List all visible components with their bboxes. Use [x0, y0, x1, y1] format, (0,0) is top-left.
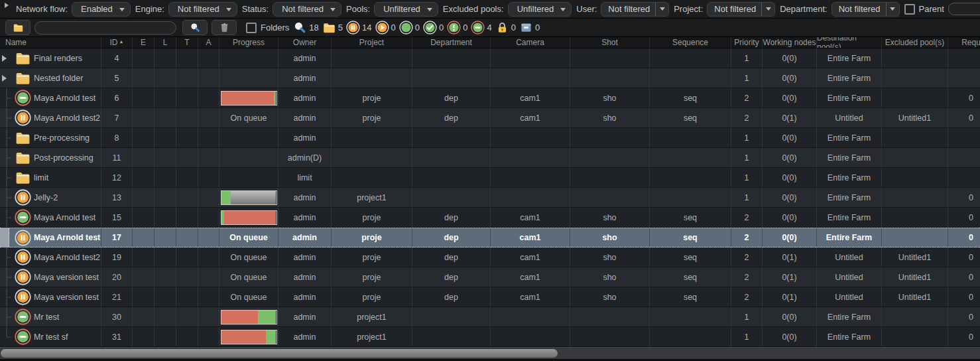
table-row[interactable]: Mr test sf31adminproject110(0)Entire Far…: [0, 327, 980, 347]
col-header-name[interactable]: Name: [0, 37, 101, 48]
table-row[interactable]: Maya version test 221On queueadminprojed…: [0, 287, 980, 307]
col-header-excluded-pool-s-[interactable]: Excluded pool(s): [882, 37, 948, 48]
working_nodes-value: 0(0): [782, 332, 796, 342]
horizontal-scrollbar[interactable]: [0, 347, 980, 359]
table-row[interactable]: Maya Arnold test219On queueadminprojedep…: [0, 248, 980, 267]
col-header-a[interactable]: A: [198, 37, 219, 48]
cell-sequence: seq: [650, 108, 731, 127]
search-counter[interactable]: 18: [293, 21, 318, 35]
search-input[interactable]: [34, 21, 176, 35]
col-header-progress[interactable]: Progress: [219, 37, 278, 48]
col-header-id[interactable]: ID▲: [101, 37, 133, 48]
cell-shot: sho: [570, 88, 650, 108]
col-header-sequence[interactable]: Sequence: [650, 37, 731, 48]
working_nodes-value: 0(0): [782, 153, 796, 163]
col-header-requ[interactable]: Requ: [948, 37, 980, 48]
archived-counter[interactable]: 0: [519, 21, 540, 35]
column-label: E: [141, 38, 146, 47]
owner-value: admin: [293, 332, 316, 342]
col-header-destination-pool-s-[interactable]: Destination pool(s): [817, 37, 882, 48]
department-dropdown-button[interactable]: [887, 3, 899, 16]
cell-excluded_pool: [882, 228, 948, 247]
project-value: proje: [363, 253, 381, 262]
table-row[interactable]: Maya Arnold test6adminprojedepcam1shoseq…: [0, 88, 980, 108]
trash-button[interactable]: [212, 20, 237, 35]
expand-arrow-icon[interactable]: [2, 55, 7, 62]
col-header-owner[interactable]: Owner: [278, 37, 332, 48]
user-combobox[interactable]: Not filtered: [601, 2, 669, 17]
paused-counter[interactable]: 14: [346, 21, 371, 35]
panel-collapse-arrow-icon[interactable]: [5, 3, 9, 8]
table-row[interactable]: Nested folder5admin10(0)Entire Farm: [0, 68, 980, 88]
destination_pool-value: Untitled: [835, 273, 863, 282]
tree-slot: [1, 248, 12, 267]
table-row[interactable]: Maya Arnold test15adminprojedepcam1shose…: [0, 208, 980, 228]
col-header-working-nodes[interactable]: Working nodes: [763, 37, 817, 48]
destination_pool-value: Entire Farm: [827, 313, 871, 322]
user-dropdown-button[interactable]: [656, 3, 668, 16]
search-button[interactable]: [182, 20, 208, 35]
tree-slot: [1, 188, 12, 207]
cell-progress: [219, 88, 278, 108]
pools-dropdown[interactable]: Unfiltered: [374, 2, 438, 17]
table-row[interactable]: Maya Arnold test27On queueadminprojedepc…: [0, 108, 980, 128]
ready-counter[interactable]: 0: [399, 21, 420, 35]
col-header-l[interactable]: L: [154, 37, 176, 48]
cell-t: [176, 48, 198, 68]
project-dropdown-button[interactable]: [762, 3, 774, 16]
cell-t: [176, 188, 198, 207]
table-row[interactable]: Mr test30adminproject110(0)Entire Farm0: [0, 307, 980, 327]
col-header-priority[interactable]: Priority: [731, 37, 763, 48]
col-header-e[interactable]: E: [133, 37, 154, 48]
error-counter[interactable]: 0: [447, 21, 467, 35]
network-flow-dropdown[interactable]: Enabled: [72, 2, 131, 17]
stopped-counter[interactable]: 4: [471, 21, 491, 35]
running-counter[interactable]: 0: [375, 21, 396, 35]
folders-checkbox[interactable]: [246, 23, 257, 33]
working_nodes-value: 0(0): [782, 74, 796, 83]
priority-value: 2: [745, 213, 749, 222]
table-row[interactable]: Pre-processing8admin10(0)Entire Farm: [0, 128, 980, 148]
locked-counter[interactable]: 0: [495, 21, 516, 35]
col-header-camera[interactable]: Camera: [491, 37, 570, 48]
table-row[interactable]: Final renders4admin10(0)Entire Farm: [0, 48, 980, 68]
table-row[interactable]: Maya version test20On queueadminprojedep…: [0, 267, 980, 287]
cell-department: [412, 148, 491, 167]
project-combobox[interactable]: Not filtered: [707, 2, 775, 17]
col-header-department[interactable]: Department: [412, 37, 491, 48]
parent-input[interactable]: [948, 3, 980, 15]
column-label: Name: [5, 38, 27, 47]
cell-owner: admin(D): [278, 148, 332, 167]
col-header-project[interactable]: Project: [332, 37, 412, 48]
table-row[interactable]: Jelly-213adminproject110(0)Entire Farm0: [0, 188, 980, 208]
col-header-shot[interactable]: Shot: [570, 37, 650, 48]
cell-destination_pool: Entire Farm: [817, 128, 882, 147]
cell-e: [133, 327, 154, 346]
name-cell: Maya Arnold test: [0, 228, 101, 247]
tree-branch-line: [7, 307, 11, 326]
cell-excluded_pool: [882, 327, 948, 346]
folder-counter[interactable]: 5: [322, 21, 343, 35]
department-combobox[interactable]: Not filtered: [831, 2, 900, 17]
engine-dropdown[interactable]: Not filtered: [168, 2, 237, 17]
table-row[interactable]: limit12limit10(0)Entire Farm: [0, 168, 980, 188]
parent-checkbox[interactable]: [904, 4, 915, 15]
cell-progress: [219, 208, 278, 227]
folder-button[interactable]: [5, 20, 31, 35]
cell-priority: 1: [731, 68, 763, 88]
scrollbar-thumb[interactable]: [1, 349, 558, 358]
priority-value: 1: [745, 332, 749, 342]
chevron-down-icon: [427, 8, 432, 11]
col-header-t[interactable]: T: [176, 37, 198, 48]
stopped-icon: [15, 328, 31, 345]
cell-progress: [219, 188, 278, 207]
cell-owner: admin: [278, 248, 332, 267]
cell-priority: 1: [731, 128, 763, 147]
done-counter[interactable]: 0: [423, 21, 444, 35]
table-row[interactable]: Maya Arnold test17On queueadminprojedepc…: [0, 228, 980, 248]
cell-l: [154, 287, 176, 307]
expand-arrow-icon[interactable]: [2, 75, 7, 82]
excluded-pools-dropdown[interactable]: Unfiltered: [508, 2, 572, 17]
table-row[interactable]: Post-processing11admin(D)10(0)Entire Far…: [0, 148, 980, 168]
status-dropdown[interactable]: Not filtered: [273, 2, 341, 17]
